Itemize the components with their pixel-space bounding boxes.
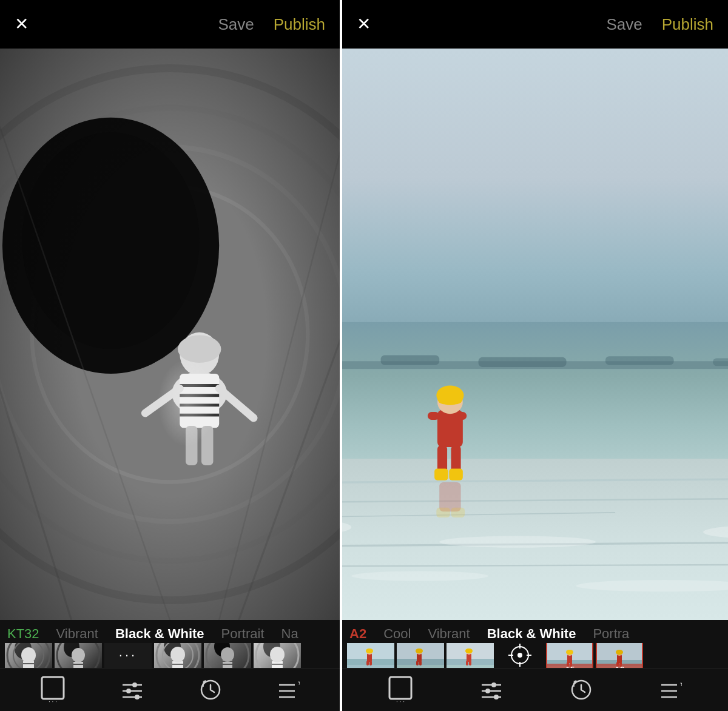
svg-rect-107	[369, 661, 372, 666]
right-photo-beach	[342, 49, 728, 620]
right-cat-bw[interactable]: Black & White	[487, 626, 576, 642]
svg-point-156	[494, 695, 499, 699]
right-frames-icon[interactable]: · · ·	[388, 676, 413, 704]
svg-rect-105	[367, 653, 372, 662]
svg-rect-123	[469, 661, 471, 666]
right-photo	[342, 49, 728, 620]
right-filter-a8-label: A8	[597, 664, 642, 668]
svg-rect-121	[467, 653, 471, 662]
svg-line-9	[239, 49, 340, 620]
left-filter-ih5-label: IH5	[55, 667, 102, 668]
left-filter-02[interactable]: 02	[254, 643, 301, 668]
left-filter-kt32[interactable]: ··· KT32	[104, 643, 152, 668]
svg-text:★: ★	[679, 679, 682, 688]
left-presets-icon[interactable]: ★	[278, 679, 300, 701]
svg-rect-77	[713, 358, 728, 366]
svg-rect-97	[434, 468, 448, 480]
svg-rect-92	[437, 393, 463, 404]
right-filter-a5[interactable]: A5	[546, 643, 593, 668]
svg-rect-140	[566, 650, 573, 655]
svg-point-4	[32, 186, 308, 482]
left-publish-button[interactable]: Publish	[274, 15, 325, 34]
left-filter-fn16[interactable]: FN16	[5, 643, 52, 668]
left-photo-container	[0, 49, 340, 620]
left-cat-bw[interactable]: Black & White	[115, 626, 204, 642]
left-filter-ih5[interactable]: IH5	[55, 643, 102, 668]
right-filter-kp9[interactable]: KP9	[447, 643, 494, 668]
right-cat-a2[interactable]: A2	[349, 626, 366, 642]
svg-rect-100	[436, 508, 450, 517]
right-cat-vibrant[interactable]: Vibrant	[428, 626, 470, 642]
svg-point-6	[22, 132, 199, 349]
svg-rect-14	[180, 374, 219, 428]
svg-rect-21	[186, 426, 197, 465]
svg-rect-114	[416, 661, 419, 666]
left-save-button[interactable]: Save	[218, 15, 254, 34]
right-filter-fp8-label: FP8	[347, 667, 394, 668]
svg-text:· · ·: · · ·	[396, 698, 405, 704]
left-cat-portrait[interactable]: Portrait	[221, 626, 265, 642]
right-header-actions: Save Publish	[606, 15, 713, 34]
right-presets-icon[interactable]: ★	[660, 679, 682, 701]
right-history-icon[interactable]	[570, 679, 592, 701]
right-bottom-icons: · · ·	[342, 668, 728, 711]
svg-point-154	[485, 689, 490, 693]
left-cat-vibrant[interactable]: Vibrant	[56, 626, 98, 642]
right-filter-fp8[interactable]: FP8	[347, 643, 394, 668]
svg-point-3	[0, 147, 340, 521]
svg-rect-149	[389, 677, 411, 699]
svg-rect-23	[0, 49, 340, 620]
right-photo-container	[342, 49, 728, 620]
right-filter-a2-label: A2	[496, 667, 544, 668]
left-filter-01-label: 01	[204, 667, 251, 668]
right-panel: ✕ Save Publish	[342, 0, 728, 711]
svg-point-30	[21, 647, 36, 663]
svg-rect-96	[451, 445, 461, 473]
right-filter-categories: A2 Cool Vibrant Black & White Portra	[342, 620, 728, 643]
right-filter-a8[interactable]: A8	[596, 643, 643, 668]
svg-rect-75	[479, 357, 567, 367]
svg-point-85	[439, 536, 596, 548]
right-adjustments-icon[interactable]	[480, 679, 502, 701]
left-close-button[interactable]: ✕	[15, 16, 29, 33]
right-filter-kp2-label: KP2	[397, 667, 444, 668]
left-filter-kx4[interactable]: KX4	[154, 643, 201, 668]
svg-rect-106	[366, 661, 369, 666]
left-filter-categories: KT32 Vibrant Black & White Portrait Na	[0, 620, 340, 643]
left-photo-bw	[0, 49, 340, 620]
right-publish-button[interactable]: Publish	[662, 15, 713, 34]
left-filter-01[interactable]: 01	[204, 643, 251, 668]
svg-point-36	[72, 648, 85, 662]
svg-rect-22	[201, 426, 213, 465]
svg-point-13	[178, 335, 221, 363]
svg-point-152	[491, 682, 496, 687]
right-filter-kp2[interactable]: KP2	[397, 643, 444, 668]
svg-rect-0	[0, 49, 340, 620]
right-filter-kp9-label: KP9	[447, 667, 494, 668]
svg-point-49	[221, 647, 234, 662]
svg-point-128	[517, 653, 522, 658]
right-save-button[interactable]: Save	[606, 15, 642, 34]
left-history-icon[interactable]	[200, 679, 221, 701]
left-bottom-icons: · · ·	[0, 668, 340, 711]
right-close-button[interactable]: ✕	[357, 16, 371, 33]
left-header-actions: Save Publish	[218, 15, 325, 34]
right-cat-cool[interactable]: Cool	[383, 626, 411, 642]
left-photo	[0, 49, 340, 620]
svg-point-1	[0, 68, 340, 600]
left-cat-na[interactable]: Na	[281, 626, 298, 642]
svg-point-11	[172, 372, 227, 415]
right-filter-a2[interactable]: A2	[496, 643, 544, 668]
svg-rect-98	[449, 468, 463, 480]
svg-line-10	[219, 49, 340, 620]
left-filter-kx4-label: KX4	[154, 667, 201, 668]
svg-rect-101	[451, 508, 465, 517]
right-filter-a5-label: A5	[547, 664, 592, 668]
left-panel: ✕ Save Publish	[0, 0, 340, 711]
right-cat-portrait[interactable]: Portra	[593, 626, 629, 642]
svg-line-7	[0, 49, 72, 620]
left-adjustments-icon[interactable]	[121, 679, 143, 701]
left-bottom-bar: KT32 Vibrant Black & White Portrait Na F…	[0, 620, 340, 711]
left-cat-kt32[interactable]: KT32	[7, 626, 39, 642]
left-frames-icon[interactable]: · · ·	[41, 676, 65, 704]
